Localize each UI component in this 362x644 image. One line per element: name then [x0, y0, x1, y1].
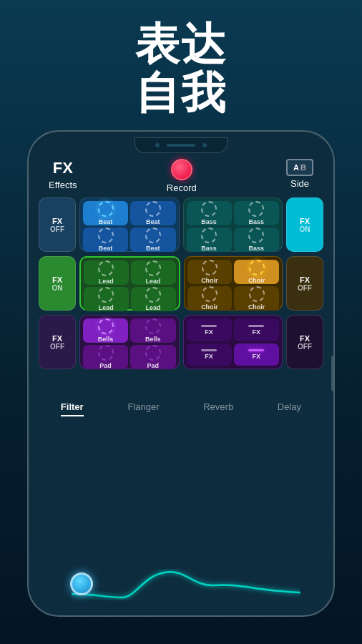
fx-left-2-top: FX [52, 275, 62, 284]
fx-right-1[interactable]: FX ON [286, 197, 323, 252]
choir-text-4: Choir [248, 303, 265, 311]
wave-visualization [72, 565, 300, 608]
beat-icon-3 [98, 228, 114, 243]
bells-icon-2 [145, 318, 161, 334]
phone-frame: FX Effects Record A B Side FX OFF [27, 130, 335, 617]
side-section[interactable]: A B Side [286, 159, 313, 189]
fx-line-pad-3[interactable]: FX [187, 343, 232, 366]
fx-right-3[interactable]: FX OFF [286, 315, 323, 369]
title-line1: 表达 [135, 19, 227, 69]
tab-filter[interactable]: Filter [61, 401, 84, 416]
fx-left-1-top: FX [52, 217, 62, 225]
lead-icon-1 [98, 260, 114, 276]
bass-icon-1 [201, 201, 217, 217]
pad-icon-1 [98, 345, 114, 361]
fx-line-group: FX FX FX FX [183, 315, 283, 369]
bass-pad-1[interactable]: Bass [187, 201, 232, 225]
fx-left-1[interactable]: FX OFF [39, 197, 76, 252]
record-label: Record [167, 182, 197, 193]
fx-sublabel: Effects [49, 180, 77, 190]
tab-delay[interactable]: Delay [278, 401, 301, 416]
choir-pad-4[interactable]: Choir [234, 286, 279, 311]
fx-right-1-bottom: ON [300, 225, 310, 233]
bass-pad-2[interactable]: Bass [234, 201, 279, 225]
side-ab-toggle[interactable]: A B [286, 159, 313, 176]
beat-icon-2 [145, 201, 161, 217]
side-b: B [300, 163, 306, 172]
choir-group: Choir Choir Choir Choir [184, 256, 283, 311]
choir-icon-3 [202, 286, 217, 302]
bass-pad-4[interactable]: Bass [234, 228, 279, 252]
fx-right-3-top: FX [300, 334, 310, 343]
fx-left-3[interactable]: FX OFF [39, 315, 76, 369]
choir-pad-2[interactable]: Choir [234, 260, 279, 284]
bass-icon-3 [201, 228, 217, 243]
fx-line-text-2: FX [253, 328, 261, 336]
bass-text-2: Bass [249, 218, 265, 225]
bass-pad-3[interactable]: Bass [187, 228, 232, 252]
pad-text-1: Pad [99, 362, 112, 369]
fx-left-1-bottom: OFF [50, 225, 64, 233]
side-button[interactable] [331, 356, 335, 391]
bells-text-2: Bells [145, 336, 161, 343]
fx-line-pad-2[interactable]: FX [234, 318, 279, 341]
fx-left-2[interactable]: FX ON [39, 256, 76, 311]
tab-reverb[interactable]: Reverb [203, 401, 233, 416]
pad-row-3: FX OFF Bells Bells Pad Pad [39, 315, 323, 369]
lead-pad-1[interactable]: Lead [84, 260, 129, 285]
bells-pad-1[interactable]: Bells [83, 318, 128, 343]
bass-group: Bass Bass Bass Bass [183, 197, 283, 252]
pad-row-1: FX OFF Beat Beat Beat Beat [39, 197, 323, 252]
fx-section: FX Effects [49, 159, 77, 190]
fx-right-2[interactable]: FX OFF [286, 256, 323, 311]
beat-pad-3[interactable]: Beat [83, 228, 128, 252]
notch-inner [134, 137, 228, 153]
pad-pad-2[interactable]: Pad [130, 345, 175, 369]
beat-text-1: Beat [99, 218, 113, 225]
fx-right-2-top: FX [300, 275, 310, 284]
notch-sensor [202, 143, 207, 147]
fx-line-text-1: FX [205, 328, 213, 336]
beat-pad-1[interactable]: Beat [83, 201, 128, 225]
choir-pad-3[interactable]: Choir [187, 286, 233, 311]
title-line2: 自我 [135, 68, 227, 117]
fx-left-2-bottom: ON [52, 284, 63, 292]
record-section[interactable]: Record [167, 159, 197, 193]
fx-right-3-bottom: OFF [298, 343, 312, 351]
filter-area [29, 419, 333, 616]
fx-right-2-bottom: OFF [298, 284, 312, 292]
bass-text-4: Bass [249, 245, 265, 252]
fx-line-pad-4[interactable]: FX [234, 343, 279, 366]
fx-title: FX [53, 159, 73, 177]
fx-left-3-bottom: OFF [50, 343, 64, 351]
pad-area: FX OFF Beat Beat Beat Beat [29, 193, 333, 397]
lead-group: Lead Lead Lead Lead [79, 256, 180, 311]
bells-pad-group: Bells Bells Pad Pad [79, 315, 180, 369]
choir-icon-1 [202, 260, 217, 275]
notch-bar [167, 144, 195, 147]
bells-pad-2[interactable]: Bells [130, 318, 175, 343]
beat-group: Beat Beat Beat Beat [79, 197, 180, 252]
lead-text-3: Lead [99, 304, 114, 311]
fx-right-1-top: FX [300, 217, 310, 225]
beat-pad-2[interactable]: Beat [130, 201, 175, 225]
bass-icon-2 [248, 201, 264, 217]
lead-pad-2[interactable]: Lead [131, 260, 176, 285]
lead-icon-4 [145, 287, 161, 303]
lead-icon-3 [98, 287, 114, 303]
choir-icon-2 [249, 260, 265, 275]
pad-pad-1[interactable]: Pad [83, 345, 128, 369]
tab-flanger[interactable]: Flanger [127, 401, 159, 416]
choir-text-3: Choir [201, 303, 218, 311]
record-button[interactable] [171, 159, 192, 180]
beat-pad-4[interactable]: Beat [130, 228, 175, 252]
lead-pad-4[interactable]: Lead [131, 287, 176, 311]
pad-row-2: FX ON Lead Lead Lead Lead [39, 256, 323, 311]
fx-line-text-4: FX [253, 353, 261, 360]
fx-line-pad-1[interactable]: FX [187, 318, 232, 341]
choir-icon-4 [249, 286, 265, 302]
choir-pad-1[interactable]: Choir [187, 260, 233, 284]
bass-icon-4 [248, 228, 264, 243]
lead-pad-3[interactable]: Lead [84, 287, 129, 311]
header: FX Effects Record A B Side [29, 159, 333, 193]
